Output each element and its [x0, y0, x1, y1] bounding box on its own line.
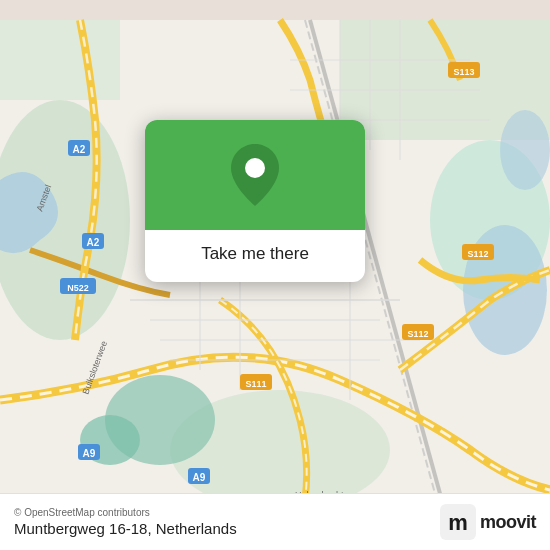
- svg-text:A2: A2: [87, 237, 100, 248]
- svg-text:A2: A2: [73, 144, 86, 155]
- svg-point-48: [245, 158, 265, 178]
- location-pin-icon: [231, 144, 279, 206]
- svg-text:S111: S111: [245, 379, 266, 389]
- moovit-logo: m moovit: [440, 504, 536, 540]
- popup-button-area: Take me there: [145, 230, 365, 282]
- svg-point-9: [500, 110, 550, 190]
- map-container: A2 A2 N522 A9 A9 S111 S112 S112 S112 S11…: [0, 0, 550, 550]
- address-text: Muntbergweg 16-18, Netherlands: [14, 520, 237, 537]
- svg-text:N522: N522: [67, 283, 89, 293]
- svg-text:A9: A9: [83, 448, 96, 459]
- bottom-bar: © OpenStreetMap contributors Muntbergweg…: [0, 493, 550, 550]
- popup-header: [145, 120, 365, 230]
- popup-tail: [245, 281, 265, 282]
- copyright-text: © OpenStreetMap contributors: [14, 507, 237, 518]
- svg-text:S113: S113: [453, 67, 474, 77]
- svg-text:A9: A9: [193, 472, 206, 483]
- popup-card: Take me there: [145, 120, 365, 282]
- moovit-logo-icon: m: [440, 504, 476, 540]
- svg-text:m: m: [448, 510, 468, 535]
- svg-text:S112: S112: [407, 329, 428, 339]
- svg-text:S112: S112: [467, 249, 488, 259]
- svg-rect-2: [0, 20, 120, 100]
- moovit-name: moovit: [480, 512, 536, 533]
- take-me-there-button[interactable]: Take me there: [161, 240, 349, 268]
- bottom-info: © OpenStreetMap contributors Muntbergweg…: [14, 507, 237, 537]
